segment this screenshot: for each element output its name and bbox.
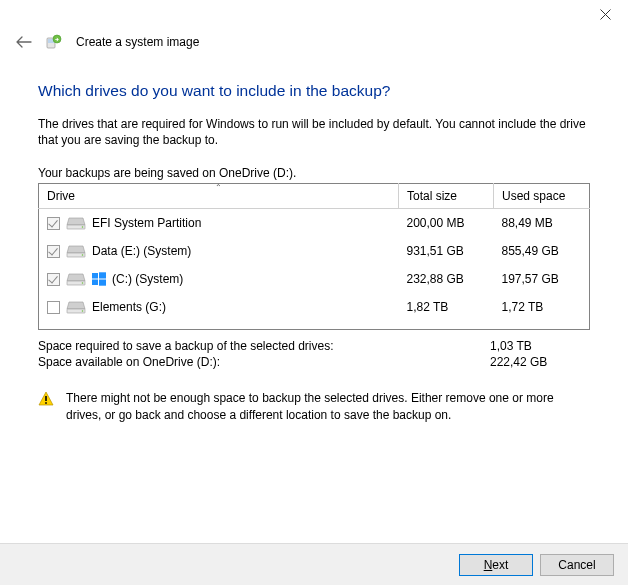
table-row[interactable]: (C:) (System)232,88 GB197,57 GB xyxy=(39,265,590,293)
drive-used-space: 855,49 GB xyxy=(494,237,590,265)
back-button[interactable] xyxy=(16,34,32,50)
drive-checkbox xyxy=(47,245,60,258)
cancel-button[interactable]: Cancel xyxy=(540,554,614,576)
space-required-value: 1,03 TB xyxy=(490,339,590,353)
close-button[interactable] xyxy=(583,0,628,28)
drive-checkbox xyxy=(47,273,60,286)
space-summary: Space required to save a backup of the s… xyxy=(38,338,590,370)
drive-icon xyxy=(66,272,86,286)
column-header-drive-label: Drive xyxy=(47,189,75,203)
svg-point-8 xyxy=(82,255,84,257)
svg-rect-14 xyxy=(99,280,106,286)
svg-point-10 xyxy=(82,283,84,285)
column-header-total[interactable]: Total size xyxy=(399,184,494,209)
drive-icon xyxy=(66,244,86,258)
drives-table: Drive ⌃ Total size Used space EFI System… xyxy=(38,183,590,330)
warning-text: There might not be enough space to backu… xyxy=(66,390,590,422)
page-content: Which drives do you want to include in t… xyxy=(0,50,628,423)
windows-logo-icon xyxy=(92,272,106,286)
svg-rect-17 xyxy=(45,396,47,401)
space-available-label: Space available on OneDrive (D:): xyxy=(38,355,220,369)
drive-used-space: 88,49 MB xyxy=(494,209,590,238)
drive-used-space: 197,57 GB xyxy=(494,265,590,293)
column-header-used[interactable]: Used space xyxy=(494,184,590,209)
drive-icon xyxy=(66,300,86,314)
wizard-footer: Next Cancel xyxy=(0,543,628,585)
drive-total-size: 200,00 MB xyxy=(399,209,494,238)
sort-indicator-icon: ⌃ xyxy=(215,183,222,192)
titlebar xyxy=(0,0,628,30)
drive-total-size: 232,88 GB xyxy=(399,265,494,293)
warning-icon xyxy=(38,391,54,407)
svg-rect-11 xyxy=(92,273,98,279)
drive-total-size: 1,82 TB xyxy=(399,293,494,321)
page-heading: Which drives do you want to include in t… xyxy=(38,82,590,100)
drive-used-space: 1,72 TB xyxy=(494,293,590,321)
column-header-drive[interactable]: Drive ⌃ xyxy=(39,184,399,209)
table-row[interactable]: Elements (G:)1,82 TB1,72 TB xyxy=(39,293,590,321)
saved-on-text: Your backups are being saved on OneDrive… xyxy=(38,166,590,180)
table-row[interactable]: EFI System Partition200,00 MB88,49 MB xyxy=(39,209,590,238)
svg-point-16 xyxy=(82,311,84,313)
close-icon xyxy=(600,9,611,20)
drive-checkbox[interactable] xyxy=(47,301,60,314)
drive-name: Data (E:) (System) xyxy=(92,244,191,258)
svg-rect-13 xyxy=(92,280,98,286)
drive-checkbox xyxy=(47,217,60,230)
space-available-value: 222,42 GB xyxy=(490,355,590,369)
page-description: The drives that are required for Windows… xyxy=(38,116,590,148)
drive-name: EFI System Partition xyxy=(92,216,201,230)
drive-total-size: 931,51 GB xyxy=(399,237,494,265)
system-image-icon xyxy=(46,34,62,50)
table-row[interactable]: Data (E:) (System)931,51 GB855,49 GB xyxy=(39,237,590,265)
drive-name: Elements (G:) xyxy=(92,300,166,314)
drive-icon xyxy=(66,216,86,230)
drive-name: (C:) (System) xyxy=(112,272,183,286)
svg-point-6 xyxy=(82,227,84,229)
wizard-title: Create a system image xyxy=(76,35,199,49)
warning-panel: There might not be enough space to backu… xyxy=(38,390,590,422)
space-required-label: Space required to save a backup of the s… xyxy=(38,339,334,353)
svg-rect-12 xyxy=(99,273,106,279)
back-arrow-icon xyxy=(16,36,32,48)
next-button-label: ext xyxy=(492,558,508,572)
wizard-header: Create a system image xyxy=(0,30,628,50)
svg-rect-18 xyxy=(45,403,47,405)
next-button[interactable]: Next xyxy=(459,554,533,576)
